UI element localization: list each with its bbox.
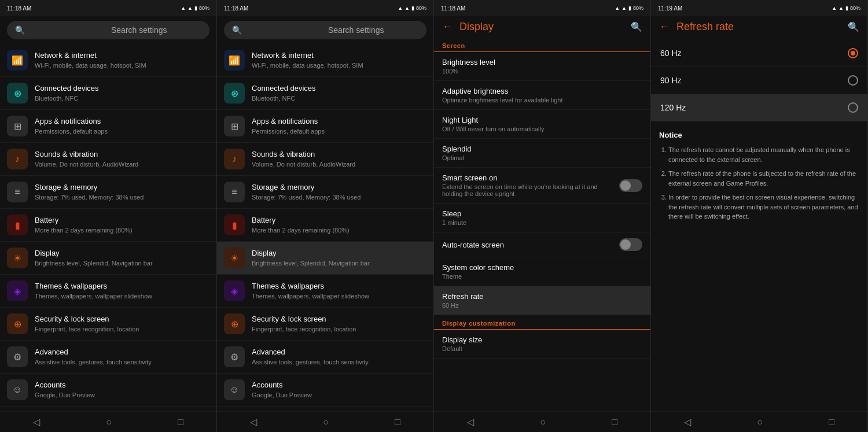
item-title-connected: Connected devices: [252, 84, 426, 94]
item-title-storage: Storage & memory: [252, 183, 426, 193]
refresh-option-120-hz[interactable]: 120 Hz: [651, 94, 867, 121]
display-item-brightness[interactable]: Brightness level 100%: [434, 52, 650, 81]
item-icon-advanced: ⚙: [7, 346, 28, 367]
search-icon-1: 🔍: [15, 25, 105, 35]
display-item-title-splendid: Splendid: [442, 145, 472, 153]
item-icon-apps: ⊞: [224, 116, 245, 136]
display-item-title-sleep: Sleep: [442, 209, 466, 218]
settings-item-apps[interactable]: ⊞ Apps & notifications Permissions, defa…: [217, 110, 433, 143]
item-text-sounds: Sounds & vibration Volume, Do not distur…: [35, 150, 209, 168]
display-item-title-autorotate: Auto-rotate screen: [442, 241, 504, 249]
settings-item-display[interactable]: ☀ Display Brightness level, Splendid, Na…: [217, 242, 433, 275]
settings-item-battery[interactable]: ▮ Battery More than 2 days remaining (80…: [0, 209, 216, 242]
home-nav-1[interactable]: ○: [94, 415, 123, 430]
settings-list-2: 📶 Network & internet Wi-Fi, mobile, data…: [217, 44, 433, 411]
item-icon-sounds: ♪: [224, 149, 245, 169]
back-nav-3[interactable]: ◁: [455, 414, 486, 430]
item-icon-network: 📶: [7, 50, 28, 71]
settings-item-network[interactable]: 📶 Network & internet Wi-Fi, mobile, data…: [217, 44, 433, 77]
display-item-sleep[interactable]: Sleep 1 minute: [434, 204, 650, 232]
display-item-displaysize[interactable]: Display size Default: [434, 330, 650, 359]
recents-nav-1[interactable]: □: [166, 415, 195, 430]
display-item-colorscheme[interactable]: System color scheme Theme: [434, 257, 650, 286]
settings-item-storage[interactable]: ≡ Storage & memory Storage: 7% used, Mem…: [0, 176, 216, 209]
wifi-icon-2: ▲: [404, 5, 410, 11]
item-text-storage: Storage & memory Storage: 7% used, Memor…: [35, 183, 209, 201]
settings-item-display[interactable]: ☀ Display Brightness level, Splendid, Na…: [0, 242, 216, 275]
back-button-display[interactable]: ←: [442, 21, 453, 33]
item-subtitle-themes: Themes, wallpapers, wallpaper slideshow: [35, 292, 209, 300]
search-bar-2[interactable]: 🔍 Search settings: [224, 21, 426, 39]
item-title-themes: Themes & wallpapers: [35, 282, 209, 291]
search-bar-1[interactable]: 🔍 Search settings: [7, 21, 209, 39]
recents-nav-2[interactable]: □: [383, 415, 412, 430]
settings-item-storage[interactable]: ≡ Storage & memory Storage: 7% used, Mem…: [217, 176, 433, 209]
display-item-adaptive[interactable]: Adaptive brightness Optimize brightness …: [434, 81, 650, 110]
settings-item-advanced[interactable]: ⚙ Advanced Assistive tools, gestures, to…: [217, 341, 433, 374]
item-text-apps: Apps & notifications Permissions, defaul…: [35, 117, 209, 135]
display-item-smartscreen[interactable]: Smart screen on Extend the screen on tim…: [434, 168, 650, 204]
panel-settings-1: 11:18 AM ▲ ▲ ▮ 80% 🔍 Search settings 📶 N…: [0, 0, 217, 432]
item-icon-storage: ≡: [7, 182, 28, 202]
settings-item-security[interactable]: ⊕ Security & lock screen Fingerprint, fa…: [217, 308, 433, 341]
display-item-splendid[interactable]: Splendid Optimal: [434, 139, 650, 168]
back-nav-1[interactable]: ◁: [21, 414, 52, 430]
toggle-smartscreen[interactable]: [619, 179, 642, 192]
item-subtitle-advanced: Assistive tools, gestures, touch sensiti…: [252, 358, 426, 366]
status-icons-4: ▲ ▲ ▮ 80%: [832, 5, 860, 11]
settings-item-accounts[interactable]: ☺ Accounts Google, Duo Preview: [217, 374, 433, 407]
settings-item-sounds[interactable]: ♪ Sounds & vibration Volume, Do not dist…: [217, 143, 433, 176]
battery-pct-2: 80%: [416, 5, 426, 11]
battery-icon-4: ▮: [845, 5, 848, 11]
toggle-autorotate[interactable]: [619, 238, 642, 251]
settings-item-accounts[interactable]: ☺ Accounts Google, Duo Preview: [0, 374, 216, 407]
home-nav-3[interactable]: ○: [528, 415, 557, 430]
display-item-refreshrate[interactable]: Refresh rate 60 Hz: [434, 286, 650, 315]
radio-btn-0[interactable]: [848, 48, 858, 58]
item-text-network: Network & internet Wi-Fi, mobile, data u…: [35, 51, 209, 69]
display-item-autorotate[interactable]: Auto-rotate screen: [434, 232, 650, 257]
item-icon-battery: ▮: [224, 215, 245, 235]
settings-item-battery[interactable]: ▮ Battery More than 2 days remaining (80…: [217, 209, 433, 242]
refresh-option-60-hz[interactable]: 60 Hz: [651, 40, 867, 67]
section-header-display-customization: Display customization: [434, 315, 650, 330]
settings-item-connected[interactable]: ⊛ Connected devices Bluetooth, NFC: [217, 77, 433, 110]
item-text-network: Network & internet Wi-Fi, mobile, data u…: [252, 51, 426, 69]
item-subtitle-security: Fingerprint, face recognition, location: [252, 325, 426, 333]
display-item-title-adaptive: Adaptive brightness: [442, 87, 563, 95]
item-text-themes: Themes & wallpapers Themes, wallpapers, …: [35, 282, 209, 300]
display-item-nightlight[interactable]: Night Light Off / Will never turn on aut…: [434, 110, 650, 139]
item-subtitle-accounts: Google, Duo Preview: [252, 391, 426, 399]
home-nav-4[interactable]: ○: [745, 415, 774, 430]
settings-item-network[interactable]: 📶 Network & internet Wi-Fi, mobile, data…: [0, 44, 216, 77]
panel-refresh-rate: 11:19 AM ▲ ▲ ▮ 80% ← Refresh rate 🔍 60 H…: [651, 0, 868, 432]
display-header: ← Display 🔍: [434, 16, 650, 38]
item-title-connected: Connected devices: [35, 84, 209, 94]
display-item-subtitle-brightness: 100%: [442, 68, 495, 75]
back-nav-4[interactable]: ◁: [672, 414, 703, 430]
refresh-option-90-hz[interactable]: 90 Hz: [651, 67, 867, 94]
refresh-title: Refresh rate: [676, 21, 841, 33]
settings-item-themes[interactable]: ◈ Themes & wallpapers Themes, wallpapers…: [0, 275, 216, 308]
back-button-refresh[interactable]: ←: [659, 21, 670, 33]
item-title-network: Network & internet: [252, 51, 426, 61]
settings-item-sounds[interactable]: ♪ Sounds & vibration Volume, Do not dist…: [0, 143, 216, 176]
search-icon-refresh[interactable]: 🔍: [848, 21, 859, 32]
settings-item-advanced[interactable]: ⚙ Advanced Assistive tools, gestures, to…: [0, 341, 216, 374]
radio-btn-1[interactable]: [848, 75, 858, 86]
refresh-header: ← Refresh rate 🔍: [651, 16, 867, 38]
settings-item-security[interactable]: ⊕ Security & lock screen Fingerprint, fa…: [0, 308, 216, 341]
nav-bar-1: ◁ ○ □: [0, 411, 216, 432]
display-item-subtitle-displaysize: Default: [442, 345, 482, 352]
item-icon-storage: ≡: [224, 182, 245, 202]
recents-nav-3[interactable]: □: [600, 415, 629, 430]
settings-item-themes[interactable]: ◈ Themes & wallpapers Themes, wallpapers…: [217, 275, 433, 308]
settings-item-connected[interactable]: ⊛ Connected devices Bluetooth, NFC: [0, 77, 216, 110]
recents-nav-4[interactable]: □: [817, 415, 846, 430]
search-icon-display[interactable]: 🔍: [631, 21, 642, 32]
item-subtitle-themes: Themes, wallpapers, wallpaper slideshow: [252, 292, 426, 300]
settings-item-apps[interactable]: ⊞ Apps & notifications Permissions, defa…: [0, 110, 216, 143]
radio-btn-2[interactable]: [848, 102, 858, 113]
back-nav-2[interactable]: ◁: [238, 414, 269, 430]
home-nav-2[interactable]: ○: [311, 415, 340, 430]
